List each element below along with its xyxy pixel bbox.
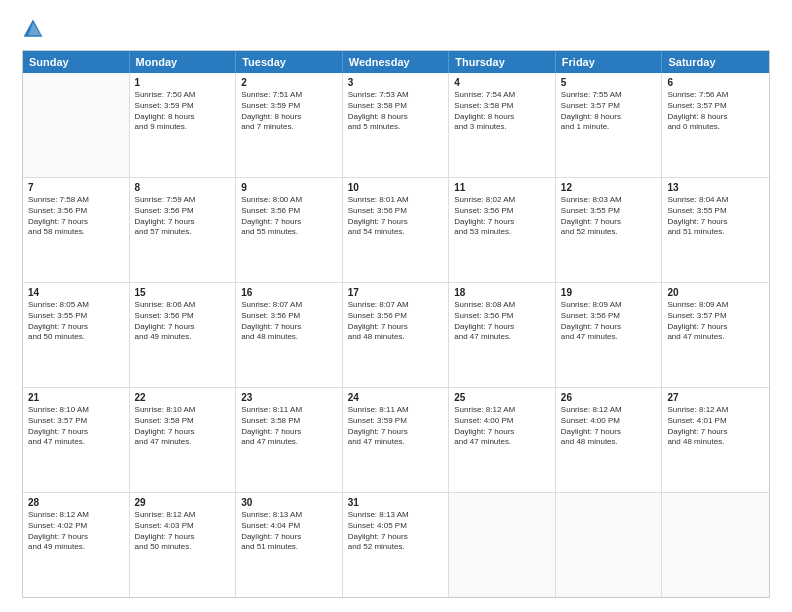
calendar-cell: 23Sunrise: 8:11 AM Sunset: 3:58 PM Dayli… [236,388,343,492]
header [22,18,770,40]
day-number: 24 [348,392,444,403]
day-number: 7 [28,182,124,193]
cell-text: Sunrise: 7:54 AM Sunset: 3:58 PM Dayligh… [454,90,550,133]
day-number: 21 [28,392,124,403]
calendar-cell: 5Sunrise: 7:55 AM Sunset: 3:57 PM Daylig… [556,73,663,177]
day-number: 13 [667,182,764,193]
day-number: 2 [241,77,337,88]
weekday-header: Saturday [662,51,769,73]
calendar-cell: 1Sunrise: 7:50 AM Sunset: 3:59 PM Daylig… [130,73,237,177]
day-number: 17 [348,287,444,298]
calendar-cell: 31Sunrise: 8:13 AM Sunset: 4:05 PM Dayli… [343,493,450,597]
cell-text: Sunrise: 8:00 AM Sunset: 3:56 PM Dayligh… [241,195,337,238]
day-number: 27 [667,392,764,403]
cell-text: Sunrise: 8:12 AM Sunset: 4:00 PM Dayligh… [454,405,550,448]
page: SundayMondayTuesdayWednesdayThursdayFrid… [0,0,792,612]
calendar-cell: 19Sunrise: 8:09 AM Sunset: 3:56 PM Dayli… [556,283,663,387]
cell-text: Sunrise: 8:10 AM Sunset: 3:57 PM Dayligh… [28,405,124,448]
calendar-cell: 17Sunrise: 8:07 AM Sunset: 3:56 PM Dayli… [343,283,450,387]
day-number: 6 [667,77,764,88]
calendar-cell: 13Sunrise: 8:04 AM Sunset: 3:55 PM Dayli… [662,178,769,282]
day-number: 25 [454,392,550,403]
calendar-row: 21Sunrise: 8:10 AM Sunset: 3:57 PM Dayli… [23,388,769,493]
cell-text: Sunrise: 7:50 AM Sunset: 3:59 PM Dayligh… [135,90,231,133]
cell-text: Sunrise: 8:05 AM Sunset: 3:55 PM Dayligh… [28,300,124,343]
cell-text: Sunrise: 8:11 AM Sunset: 3:59 PM Dayligh… [348,405,444,448]
day-number: 20 [667,287,764,298]
calendar-body: 1Sunrise: 7:50 AM Sunset: 3:59 PM Daylig… [23,73,769,597]
weekday-header: Monday [130,51,237,73]
calendar-cell: 11Sunrise: 8:02 AM Sunset: 3:56 PM Dayli… [449,178,556,282]
cell-text: Sunrise: 8:06 AM Sunset: 3:56 PM Dayligh… [135,300,231,343]
day-number: 12 [561,182,657,193]
day-number: 28 [28,497,124,508]
cell-text: Sunrise: 8:13 AM Sunset: 4:04 PM Dayligh… [241,510,337,553]
day-number: 29 [135,497,231,508]
calendar-cell: 24Sunrise: 8:11 AM Sunset: 3:59 PM Dayli… [343,388,450,492]
calendar-cell: 6Sunrise: 7:56 AM Sunset: 3:57 PM Daylig… [662,73,769,177]
day-number: 11 [454,182,550,193]
logo-icon [22,18,44,40]
day-number: 23 [241,392,337,403]
calendar-cell: 9Sunrise: 8:00 AM Sunset: 3:56 PM Daylig… [236,178,343,282]
cell-text: Sunrise: 8:12 AM Sunset: 4:01 PM Dayligh… [667,405,764,448]
day-number: 1 [135,77,231,88]
cell-text: Sunrise: 7:56 AM Sunset: 3:57 PM Dayligh… [667,90,764,133]
calendar-cell: 7Sunrise: 7:58 AM Sunset: 3:56 PM Daylig… [23,178,130,282]
cell-text: Sunrise: 8:01 AM Sunset: 3:56 PM Dayligh… [348,195,444,238]
cell-text: Sunrise: 8:07 AM Sunset: 3:56 PM Dayligh… [241,300,337,343]
calendar-cell: 26Sunrise: 8:12 AM Sunset: 4:00 PM Dayli… [556,388,663,492]
day-number: 26 [561,392,657,403]
cell-text: Sunrise: 8:04 AM Sunset: 3:55 PM Dayligh… [667,195,764,238]
calendar-cell: 3Sunrise: 7:53 AM Sunset: 3:58 PM Daylig… [343,73,450,177]
cell-text: Sunrise: 8:12 AM Sunset: 4:03 PM Dayligh… [135,510,231,553]
calendar-cell: 2Sunrise: 7:51 AM Sunset: 3:59 PM Daylig… [236,73,343,177]
calendar-cell: 18Sunrise: 8:08 AM Sunset: 3:56 PM Dayli… [449,283,556,387]
calendar-cell: 30Sunrise: 8:13 AM Sunset: 4:04 PM Dayli… [236,493,343,597]
cell-text: Sunrise: 7:53 AM Sunset: 3:58 PM Dayligh… [348,90,444,133]
calendar-row: 14Sunrise: 8:05 AM Sunset: 3:55 PM Dayli… [23,283,769,388]
day-number: 9 [241,182,337,193]
calendar-row: 7Sunrise: 7:58 AM Sunset: 3:56 PM Daylig… [23,178,769,283]
calendar: SundayMondayTuesdayWednesdayThursdayFrid… [22,50,770,598]
cell-text: Sunrise: 8:08 AM Sunset: 3:56 PM Dayligh… [454,300,550,343]
calendar-header: SundayMondayTuesdayWednesdayThursdayFrid… [23,51,769,73]
calendar-cell: 29Sunrise: 8:12 AM Sunset: 4:03 PM Dayli… [130,493,237,597]
cell-text: Sunrise: 8:10 AM Sunset: 3:58 PM Dayligh… [135,405,231,448]
day-number: 16 [241,287,337,298]
weekday-header: Thursday [449,51,556,73]
calendar-cell: 8Sunrise: 7:59 AM Sunset: 3:56 PM Daylig… [130,178,237,282]
day-number: 30 [241,497,337,508]
cell-text: Sunrise: 8:09 AM Sunset: 3:56 PM Dayligh… [561,300,657,343]
day-number: 22 [135,392,231,403]
cell-text: Sunrise: 8:11 AM Sunset: 3:58 PM Dayligh… [241,405,337,448]
day-number: 19 [561,287,657,298]
day-number: 8 [135,182,231,193]
calendar-cell: 25Sunrise: 8:12 AM Sunset: 4:00 PM Dayli… [449,388,556,492]
cell-text: Sunrise: 8:12 AM Sunset: 4:02 PM Dayligh… [28,510,124,553]
calendar-cell: 20Sunrise: 8:09 AM Sunset: 3:57 PM Dayli… [662,283,769,387]
cell-text: Sunrise: 8:07 AM Sunset: 3:56 PM Dayligh… [348,300,444,343]
cell-text: Sunrise: 8:13 AM Sunset: 4:05 PM Dayligh… [348,510,444,553]
calendar-cell [449,493,556,597]
cell-text: Sunrise: 7:59 AM Sunset: 3:56 PM Dayligh… [135,195,231,238]
day-number: 14 [28,287,124,298]
weekday-header: Sunday [23,51,130,73]
cell-text: Sunrise: 7:51 AM Sunset: 3:59 PM Dayligh… [241,90,337,133]
calendar-cell: 22Sunrise: 8:10 AM Sunset: 3:58 PM Dayli… [130,388,237,492]
calendar-cell: 28Sunrise: 8:12 AM Sunset: 4:02 PM Dayli… [23,493,130,597]
day-number: 15 [135,287,231,298]
day-number: 31 [348,497,444,508]
day-number: 3 [348,77,444,88]
calendar-cell [662,493,769,597]
cell-text: Sunrise: 7:55 AM Sunset: 3:57 PM Dayligh… [561,90,657,133]
calendar-cell: 27Sunrise: 8:12 AM Sunset: 4:01 PM Dayli… [662,388,769,492]
day-number: 5 [561,77,657,88]
day-number: 10 [348,182,444,193]
calendar-cell: 21Sunrise: 8:10 AM Sunset: 3:57 PM Dayli… [23,388,130,492]
cell-text: Sunrise: 8:09 AM Sunset: 3:57 PM Dayligh… [667,300,764,343]
calendar-row: 1Sunrise: 7:50 AM Sunset: 3:59 PM Daylig… [23,73,769,178]
calendar-cell: 14Sunrise: 8:05 AM Sunset: 3:55 PM Dayli… [23,283,130,387]
cell-text: Sunrise: 7:58 AM Sunset: 3:56 PM Dayligh… [28,195,124,238]
calendar-cell: 10Sunrise: 8:01 AM Sunset: 3:56 PM Dayli… [343,178,450,282]
